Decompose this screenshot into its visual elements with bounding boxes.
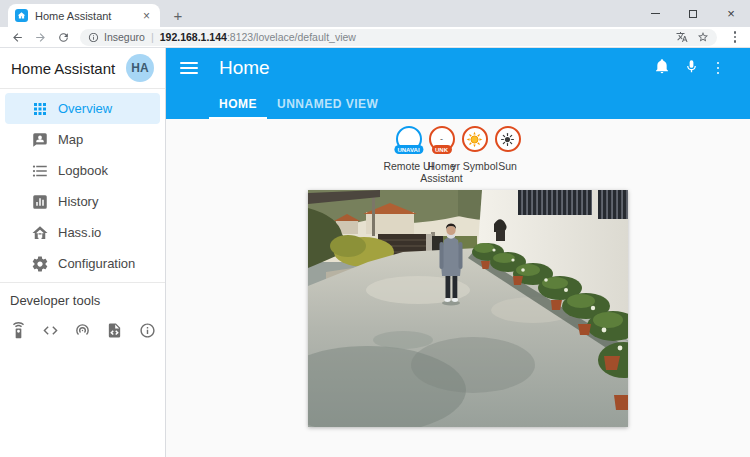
sidebar-item-map[interactable]: Map — [5, 124, 160, 155]
user-avatar[interactable]: HA — [126, 54, 154, 82]
overflow-menu-icon[interactable] — [713, 62, 723, 75]
dev-tools-label: Developer tools — [10, 293, 165, 308]
badge-yr-symbol[interactable]: yr Symbol — [459, 126, 490, 184]
badges-row: UNAVAI Remote UI - UNK Home Assistant — [166, 126, 750, 184]
url-path: :8123/lovelace/default_view — [227, 31, 356, 43]
browser-window: Home Assistant × + × Inseguro | 192.168.… — [0, 0, 750, 457]
url-separator: | — [151, 31, 154, 43]
badge-home-assistant[interactable]: - UNK Home Assistant — [426, 126, 457, 184]
dev-info-icon[interactable] — [136, 319, 158, 341]
dev-tools-row — [0, 319, 165, 341]
account-location-icon — [31, 131, 49, 149]
browser-menu-icon[interactable] — [729, 31, 741, 43]
browser-tab[interactable]: Home Assistant × — [8, 4, 160, 27]
tab-home[interactable]: HOME — [209, 88, 267, 119]
sidebar-item-configuration[interactable]: Configuration — [5, 248, 160, 279]
tab-unnamed-view[interactable]: UNNAMED VIEW — [267, 88, 388, 119]
dev-services-remote-icon[interactable] — [7, 319, 29, 341]
sidebar-nav: Overview Map Logbook History Hass.io — [0, 89, 165, 282]
translate-icon[interactable] — [676, 31, 688, 43]
sun-yellow-icon — [466, 131, 483, 148]
browser-tab-bar: Home Assistant × + × — [0, 0, 750, 27]
menu-hamburger-icon[interactable] — [180, 62, 198, 74]
back-button[interactable] — [9, 29, 25, 45]
dev-states-code-icon[interactable] — [39, 319, 61, 341]
sun-dark-icon — [500, 132, 515, 147]
sidebar-header: Home Assistant HA — [0, 48, 165, 89]
lovelace-view: UNAVAI Remote UI - UNK Home Assistant — [166, 119, 750, 457]
gear-icon — [31, 255, 49, 273]
window-controls: × — [636, 0, 750, 27]
notifications-bell-icon[interactable] — [654, 58, 670, 78]
app-header: Home HOME UNNAMED VIEW — [166, 48, 750, 119]
list-icon — [31, 162, 49, 180]
browser-toolbar: Inseguro | 192.168.1.144 :8123/lovelace/… — [0, 27, 750, 48]
main-panel: Home HOME UNNAMED VIEW — [166, 48, 750, 457]
security-label: Inseguro — [104, 31, 145, 43]
sidebar-divider — [0, 282, 165, 283]
sidebar-item-overview[interactable]: Overview — [5, 93, 160, 124]
url-host: 192.168.1.144 — [160, 31, 227, 43]
sidebar-item-history[interactable]: History — [5, 186, 160, 217]
reload-button[interactable] — [55, 29, 71, 45]
tab-title: Home Assistant — [35, 10, 140, 22]
sidebar-item-hassio[interactable]: Hass.io — [5, 217, 160, 248]
badge-state-pill: UNAVAI — [394, 145, 423, 154]
badge-sun[interactable]: Sun — [492, 126, 523, 184]
grid-icon — [31, 100, 49, 118]
bookmark-star-icon[interactable] — [697, 31, 709, 43]
bar-chart-icon — [31, 193, 49, 211]
site-info-icon[interactable] — [88, 32, 99, 43]
sidebar-item-logbook[interactable]: Logbook — [5, 155, 160, 186]
page-title: Home — [219, 57, 270, 79]
badge-state-pill: UNK — [432, 145, 452, 154]
new-tab-button[interactable]: + — [168, 5, 188, 25]
dev-templates-file-icon[interactable] — [104, 319, 126, 341]
home-assistant-app: Home Assistant HA Overview Map Logbook — [0, 48, 750, 457]
sidebar: Home Assistant HA Overview Map Logbook — [0, 48, 166, 457]
camera-image[interactable] — [308, 190, 628, 427]
dev-events-antenna-icon[interactable] — [72, 319, 94, 341]
home-assistant-favicon — [15, 9, 28, 22]
address-bar[interactable]: Inseguro | 192.168.1.144 :8123/lovelace/… — [80, 29, 717, 46]
view-tabs: HOME UNNAMED VIEW — [209, 88, 750, 119]
voice-mic-icon[interactable] — [684, 59, 699, 78]
minimize-button[interactable] — [636, 0, 674, 27]
app-title: Home Assistant — [11, 60, 126, 77]
house-icon — [31, 224, 49, 242]
close-window-button[interactable]: × — [712, 0, 750, 27]
tab-close-icon[interactable]: × — [140, 9, 153, 23]
maximize-button[interactable] — [674, 0, 712, 27]
forward-button[interactable] — [32, 29, 48, 45]
